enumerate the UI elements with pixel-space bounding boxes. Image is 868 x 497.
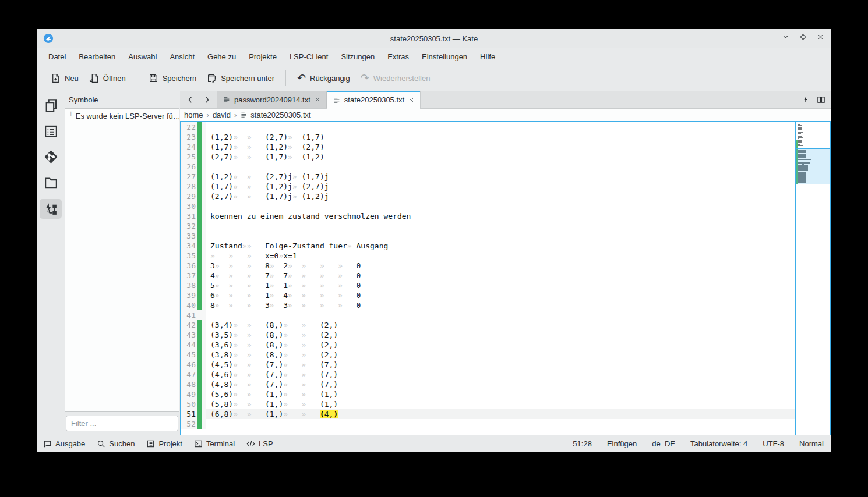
code-line[interactable] [206, 122, 795, 132]
code-line[interactable]: (1,2)» » (2,7)j» (1,7)j [206, 172, 795, 182]
code-line[interactable] [206, 231, 795, 241]
line-number: 33 [181, 231, 196, 241]
text-editor[interactable]: 2223(1,2)» » (2,7)» (1,7)24(1,7)» » (1,2… [180, 121, 831, 435]
neu-button[interactable]: Neu [45, 70, 84, 87]
code-line[interactable]: 6» » » 1» 4» » » » 0 [206, 290, 795, 300]
code-line[interactable]: (1,2)» » (2,7)» (1,7) [206, 132, 795, 142]
gutter: 22 [181, 122, 206, 132]
close-button[interactable] [816, 32, 825, 41]
code-line[interactable]: (1,7)» » (1,2)» (2,7) [206, 142, 795, 152]
menu-ansicht[interactable]: Ansicht [163, 50, 201, 63]
symbols-filter-input[interactable] [66, 416, 178, 431]
statusbar-encoding[interactable]: UTF-8 [763, 439, 784, 448]
minimize-button[interactable] [781, 32, 790, 41]
menu-auswahl[interactable]: Auswahl [122, 50, 163, 63]
menu-einstellungen[interactable]: Einstellungen [415, 50, 474, 63]
line-number: 25 [181, 152, 196, 162]
code-line[interactable]: (2,7)» » (1,7)j» (1,2)j [206, 191, 795, 201]
code-line[interactable]: (3,5)» » (8,)» » (2,) [206, 330, 795, 340]
statusbar-projekt-button[interactable]: Projekt [146, 439, 182, 448]
menu-datei[interactable]: Datei [42, 50, 72, 63]
editor-row: 30 [181, 201, 795, 211]
code-line[interactable]: (4,8)» » (7,)» » (7,) [206, 379, 795, 389]
breadcrumb-state20250305-txt[interactable]: state20250305.txt [240, 111, 310, 119]
code-line[interactable]: (3,4)» » (8,)» » (2,) [206, 320, 795, 330]
maximize-button[interactable] [798, 32, 807, 41]
tab-close-button[interactable] [314, 96, 321, 103]
menu-lsp-client[interactable]: LSP-CLient [283, 50, 334, 63]
editor-row: 363» » » 8» 2» » » » 0 [181, 261, 795, 271]
tab-password20240914-txt[interactable]: password20240914.txt [217, 91, 327, 108]
code-line[interactable]: » » » x=0»x=1 [206, 251, 795, 261]
code-line[interactable]: (6,8)» » (1,)» » (4,) [206, 409, 795, 419]
dock-documents-button[interactable] [40, 97, 62, 114]
gutter: 40 [181, 300, 206, 310]
tab-whitespace-marker: » [247, 192, 265, 201]
menu-gehe-zu[interactable]: Gehe zu [201, 50, 242, 63]
statusbar-dictionary[interactable]: de_DE [652, 439, 675, 448]
code-line[interactable]: (5,8)» » (1,)» » (1,) [206, 399, 795, 409]
statusbar-ausgabe-button[interactable]: Ausgabe [43, 439, 85, 448]
code-line[interactable] [206, 419, 795, 429]
statusbar-tab-width[interactable]: Tabulatorweite: 4 [690, 439, 747, 448]
r-ckg-ngig-button[interactable]: ↶Rückgängig [292, 70, 355, 86]
menu-hilfe[interactable]: Hilfe [474, 50, 502, 63]
code-line[interactable]: 8» » » 3» 3» » » » 0 [206, 300, 795, 310]
toolbar-separator [285, 70, 286, 86]
menu-sitzungen[interactable]: Sitzungen [334, 50, 381, 63]
dock-git-button[interactable] [40, 148, 62, 165]
minimap-scrollbar[interactable] [795, 122, 830, 435]
code-line[interactable] [206, 162, 795, 172]
speichern-unter-button[interactable]: Speichern unter [202, 70, 280, 87]
code-line[interactable] [206, 221, 795, 231]
dock-lsp-symbols-button[interactable] [40, 199, 62, 219]
breadcrumb-home[interactable]: home [184, 111, 203, 119]
titlebar[interactable]: state20250305.txt — Kate [37, 29, 831, 48]
statusbar-document-mode[interactable]: Normal [799, 439, 824, 448]
menu-bearbeiten[interactable]: Bearbeiten [72, 50, 122, 63]
toolbar-button-label: Speichern unter [221, 74, 274, 83]
code-line[interactable]: koennen zu einem zustand verschmolzen we… [206, 211, 795, 221]
tab-prev-icon[interactable] [186, 95, 195, 104]
statusbar-cursor-position[interactable]: 51:28 [573, 439, 592, 448]
minimap-viewport[interactable] [796, 148, 830, 184]
code-line[interactable]: (3,8)» » (8,)» » (2,) [206, 350, 795, 360]
tab-close-button[interactable] [408, 97, 415, 104]
ffnen-button[interactable]: Öffnen [84, 70, 131, 87]
menu-extras[interactable]: Extras [381, 50, 415, 63]
code-line[interactable] [206, 310, 795, 320]
dock-filesystem-button[interactable] [40, 173, 62, 191]
code-line[interactable]: 5» » » 1» 1» » » » 0 [206, 281, 795, 290]
tree-item[interactable]: └ Es wurde kein LSP-Server fü… [65, 109, 179, 120]
statusbar-input-mode[interactable]: Einfügen [607, 439, 637, 448]
tab-state20250305-txt[interactable]: state20250305.txt [327, 91, 421, 109]
tab-whitespace-marker: » [283, 340, 301, 349]
code-line[interactable]: Zustand»» Folge-Zustand fuer» Ausgang [206, 241, 795, 251]
tab-next-icon[interactable] [203, 95, 211, 104]
dock-symbols-list-button[interactable] [40, 122, 62, 140]
tab-label: state20250305.txt [344, 95, 404, 104]
tab-whitespace-marker: » [247, 281, 265, 290]
quick-open-lightning-icon[interactable] [802, 95, 810, 104]
editor-row: 22 [181, 122, 795, 132]
code-line[interactable]: 3» » » 8» 2» » » » 0 [206, 261, 795, 271]
code-line[interactable]: (5,6)» » (1,)» » (1,) [206, 389, 795, 399]
code-line[interactable]: (2,7)» » (1,7)» (1,2) [206, 152, 795, 162]
code-line[interactable]: 4» » » 7» 7» » » » 0 [206, 271, 795, 281]
speichern-button[interactable]: Speichern [143, 70, 202, 87]
code-line[interactable]: (1,7)» » (1,2)j» (2,7)j [206, 182, 795, 191]
statusbar-terminal-button[interactable]: Terminal [194, 439, 235, 448]
code-line[interactable]: (4,6)» » (7,)» » (7,) [206, 370, 795, 379]
statusbar-lsp-button[interactable]: LSP [246, 439, 273, 448]
breadcrumb-david[interactable]: david [213, 111, 231, 119]
symbols-tree[interactable]: └ Es wurde kein LSP-Server fü… [65, 108, 179, 412]
wiederherstellen-button[interactable]: ↷Wiederherstellen [355, 70, 436, 86]
menu-projekte[interactable]: Projekte [242, 50, 283, 63]
code-line[interactable]: (4,5)» » (7,)» » (7,) [206, 360, 795, 370]
tab-whitespace-marker: » [292, 182, 302, 191]
tab-whitespace-marker: » [302, 410, 320, 418]
split-view-icon[interactable] [817, 95, 825, 104]
code-line[interactable]: (3,6)» » (8,)» » (2,) [206, 340, 795, 350]
statusbar-suchen-button[interactable]: Suchen [97, 439, 135, 448]
code-line[interactable] [206, 201, 795, 211]
